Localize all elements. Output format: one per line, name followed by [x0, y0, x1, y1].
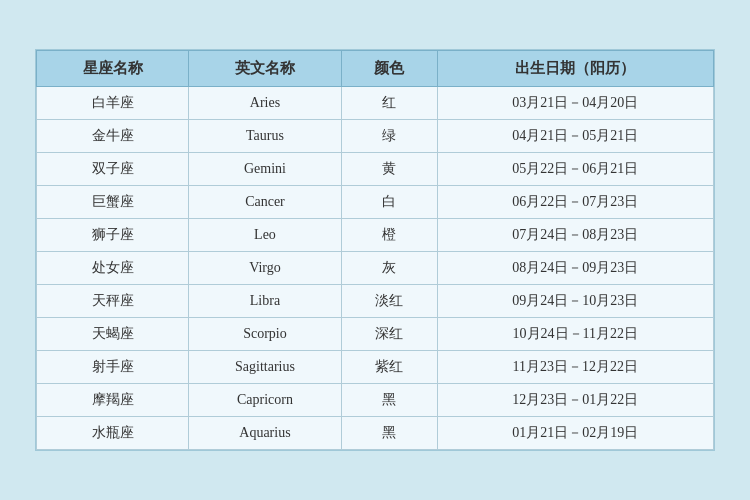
cell-english: Sagittarius — [189, 351, 341, 384]
cell-color: 橙 — [341, 219, 437, 252]
cell-color: 黑 — [341, 384, 437, 417]
header-date: 出生日期（阳历） — [437, 51, 713, 87]
cell-english: Gemini — [189, 153, 341, 186]
cell-date: 04月21日－05月21日 — [437, 120, 713, 153]
cell-color: 绿 — [341, 120, 437, 153]
cell-date: 03月21日－04月20日 — [437, 87, 713, 120]
cell-chinese: 狮子座 — [37, 219, 189, 252]
table-row: 天秤座Libra淡红09月24日－10月23日 — [37, 285, 714, 318]
cell-date: 11月23日－12月22日 — [437, 351, 713, 384]
cell-chinese: 天秤座 — [37, 285, 189, 318]
cell-color: 紫红 — [341, 351, 437, 384]
cell-english: Aquarius — [189, 417, 341, 450]
zodiac-table-container: 星座名称英文名称颜色出生日期（阳历） 白羊座Aries红03月21日－04月20… — [35, 49, 715, 451]
cell-date: 05月22日－06月21日 — [437, 153, 713, 186]
header-english: 英文名称 — [189, 51, 341, 87]
cell-english: Capricorn — [189, 384, 341, 417]
cell-date: 01月21日－02月19日 — [437, 417, 713, 450]
cell-chinese: 金牛座 — [37, 120, 189, 153]
header-color: 颜色 — [341, 51, 437, 87]
cell-date: 06月22日－07月23日 — [437, 186, 713, 219]
table-header-row: 星座名称英文名称颜色出生日期（阳历） — [37, 51, 714, 87]
cell-color: 淡红 — [341, 285, 437, 318]
cell-english: Aries — [189, 87, 341, 120]
cell-english: Taurus — [189, 120, 341, 153]
cell-chinese: 天蝎座 — [37, 318, 189, 351]
cell-chinese: 射手座 — [37, 351, 189, 384]
cell-chinese: 摩羯座 — [37, 384, 189, 417]
cell-date: 09月24日－10月23日 — [437, 285, 713, 318]
table-row: 双子座Gemini黄05月22日－06月21日 — [37, 153, 714, 186]
cell-chinese: 处女座 — [37, 252, 189, 285]
cell-chinese: 双子座 — [37, 153, 189, 186]
cell-english: Libra — [189, 285, 341, 318]
cell-english: Leo — [189, 219, 341, 252]
table-row: 金牛座Taurus绿04月21日－05月21日 — [37, 120, 714, 153]
table-row: 水瓶座Aquarius黑01月21日－02月19日 — [37, 417, 714, 450]
cell-chinese: 巨蟹座 — [37, 186, 189, 219]
table-row: 巨蟹座Cancer白06月22日－07月23日 — [37, 186, 714, 219]
cell-color: 红 — [341, 87, 437, 120]
cell-color: 黄 — [341, 153, 437, 186]
table-row: 白羊座Aries红03月21日－04月20日 — [37, 87, 714, 120]
cell-color: 深红 — [341, 318, 437, 351]
table-row: 射手座Sagittarius紫红11月23日－12月22日 — [37, 351, 714, 384]
cell-english: Cancer — [189, 186, 341, 219]
zodiac-table: 星座名称英文名称颜色出生日期（阳历） 白羊座Aries红03月21日－04月20… — [36, 50, 714, 450]
cell-english: Scorpio — [189, 318, 341, 351]
cell-color: 灰 — [341, 252, 437, 285]
table-row: 天蝎座Scorpio深红10月24日－11月22日 — [37, 318, 714, 351]
cell-color: 白 — [341, 186, 437, 219]
cell-color: 黑 — [341, 417, 437, 450]
cell-date: 08月24日－09月23日 — [437, 252, 713, 285]
cell-date: 07月24日－08月23日 — [437, 219, 713, 252]
cell-english: Virgo — [189, 252, 341, 285]
table-row: 摩羯座Capricorn黑12月23日－01月22日 — [37, 384, 714, 417]
cell-chinese: 水瓶座 — [37, 417, 189, 450]
header-chinese: 星座名称 — [37, 51, 189, 87]
table-row: 处女座Virgo灰08月24日－09月23日 — [37, 252, 714, 285]
cell-chinese: 白羊座 — [37, 87, 189, 120]
cell-date: 10月24日－11月22日 — [437, 318, 713, 351]
table-body: 白羊座Aries红03月21日－04月20日金牛座Taurus绿04月21日－0… — [37, 87, 714, 450]
table-row: 狮子座Leo橙07月24日－08月23日 — [37, 219, 714, 252]
cell-date: 12月23日－01月22日 — [437, 384, 713, 417]
